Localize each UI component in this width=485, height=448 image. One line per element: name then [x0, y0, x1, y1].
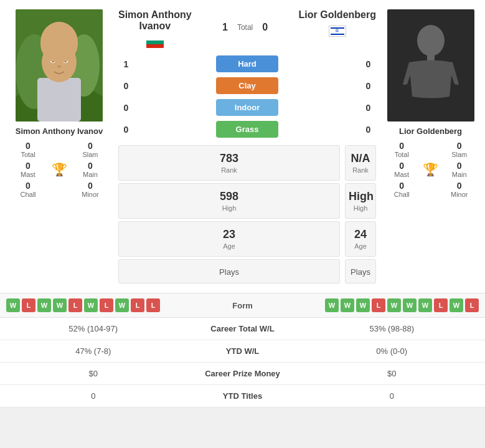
- form-badge: L: [465, 298, 479, 312]
- left-boxes-col: 783 Rank N/A Rank 598: [118, 145, 376, 284]
- right-stat-total: 0 Total: [382, 141, 421, 158]
- main-container: Simon Anthony Ivanov 0 Total 0 Slam 0 Ma…: [0, 0, 485, 407]
- form-label: Form: [205, 301, 280, 310]
- player-comparison: Simon Anthony Ivanov 0 Total 0 Slam 0 Ma…: [0, 0, 485, 293]
- left-high-age-row: 598 High High High: [118, 183, 376, 219]
- right-rank-box-spacer: N/A Rank: [345, 145, 376, 181]
- left-stat-main: 0 Main: [68, 161, 112, 178]
- left-high-box: 598 High: [118, 183, 340, 219]
- right-stat-mast: 0 Mast: [382, 161, 421, 178]
- court-row-indoor: 0 Indoor 0: [118, 97, 376, 118]
- left-stat-mast: 0 Mast: [6, 161, 50, 178]
- form-badge: W: [418, 298, 432, 312]
- left-stats-grid: 0 Total 0 Slam 0 Mast 🏆 0 Main: [6, 141, 112, 198]
- right-rank-box: N/A Rank: [345, 145, 376, 181]
- right-ytd-wl: 0% (0-0): [305, 346, 479, 356]
- svg-rect-14: [427, 53, 435, 60]
- middle-content: Simon Anthony Ivanov 1 Total: [115, 9, 379, 284]
- svg-point-11: [64, 60, 67, 62]
- total-row: 1 Total 0: [222, 22, 268, 33]
- right-stat-main: 0 Main: [440, 161, 479, 178]
- right-stat-slam: 0 Slam: [440, 141, 479, 158]
- form-badge: W: [450, 298, 463, 312]
- left-age-box: 23 Age: [118, 221, 340, 257]
- form-badge: W: [115, 298, 129, 312]
- prize-money-row: $0 Career Prize Money $0: [0, 363, 485, 385]
- right-player-card: Lior Goldenberg 0 Total 0 Slam 0 Mast 🏆: [382, 9, 479, 284]
- hard-btn[interactable]: Hard: [216, 55, 278, 72]
- form-badge: W: [387, 298, 401, 312]
- form-row: WLWWLWLWLL Form WWWLWWWLWL: [0, 293, 485, 318]
- indoor-btn[interactable]: Indoor: [216, 99, 278, 116]
- left-prize-money: $0: [6, 369, 181, 378]
- left-ytd-wl: 47% (7-8): [6, 346, 181, 356]
- names-flags-row: Simon Anthony Ivanov 1 Total: [118, 9, 376, 48]
- form-badge: L: [100, 298, 113, 312]
- left-stat-minor: 0 Minor: [68, 181, 112, 198]
- svg-point-9: [63, 59, 68, 63]
- form-badge: L: [434, 298, 448, 312]
- form-badge: W: [325, 298, 339, 312]
- left-trophy-icon: 🏆: [50, 161, 68, 178]
- court-rows: 1 Hard 0 0 Clay 0 0 Indoor 0: [118, 53, 376, 140]
- right-stat-minor: 0 Minor: [440, 181, 479, 198]
- left-stat-chall: 0 Chall: [6, 181, 50, 198]
- left-rank-high-row: 783 Rank N/A Rank: [118, 145, 376, 181]
- right-high-box: High High: [345, 183, 376, 219]
- form-badge: W: [341, 298, 354, 312]
- left-player-name: Simon Anthony Ivanov: [16, 126, 103, 136]
- grass-btn[interactable]: Grass: [216, 121, 278, 138]
- career-total-label: Career Total W/L: [181, 324, 305, 333]
- right-form-badges: WWWLWWWLWL: [280, 298, 479, 312]
- ytd-wl-row: 47% (7-8) YTD W/L 0% (0-0): [0, 340, 485, 363]
- left-career-total: 52% (104-97): [6, 324, 181, 333]
- svg-point-13: [417, 25, 445, 56]
- career-total-row: 52% (104-97) Career Total W/L 53% (98-88…: [0, 318, 485, 340]
- left-form-badges: WLWWLWLWLL: [6, 298, 205, 312]
- form-badge: L: [131, 298, 144, 312]
- form-badge: L: [146, 298, 160, 312]
- svg-point-12: [57, 65, 61, 68]
- left-plays-box: Plays: [118, 259, 340, 284]
- right-age-box: 24 Age: [345, 221, 376, 257]
- left-stat-boxes: 783 Rank N/A Rank 598: [118, 145, 376, 284]
- right-trophy-icon: 🏆: [421, 161, 440, 178]
- form-badge: W: [37, 298, 51, 312]
- prize-money-label: Career Prize Money: [181, 369, 305, 378]
- left-player-photo: [16, 9, 103, 122]
- form-badge: W: [356, 298, 370, 312]
- left-flag: [146, 34, 164, 48]
- right-career-total: 53% (98-88): [305, 324, 479, 333]
- right-stats-grid: 0 Total 0 Slam 0 Mast 🏆 0 Main: [382, 141, 479, 198]
- right-prize-money: $0: [305, 369, 479, 378]
- right-center-name: Lior Goldenberg: [299, 9, 376, 21]
- left-age-plays-row: 23 Age 24 Age: [118, 221, 376, 257]
- plays-row: Plays Plays: [118, 259, 376, 284]
- left-stat-total: 0 Total: [6, 141, 50, 158]
- form-badge: W: [6, 298, 20, 312]
- right-stat-chall: 0 Chall: [382, 181, 421, 198]
- right-flag: ✡: [329, 23, 346, 37]
- form-badge: W: [53, 298, 67, 312]
- court-row-hard: 1 Hard 0: [118, 53, 376, 75]
- court-row-grass: 0 Grass 0: [118, 118, 376, 140]
- form-badge: W: [84, 298, 98, 312]
- right-plays-box: Plays: [345, 259, 376, 284]
- left-rank-box: 783 Rank: [118, 145, 340, 181]
- svg-rect-7: [42, 44, 77, 53]
- total-score-block: 1 Total 0: [227, 9, 264, 48]
- right-player-photo: [387, 9, 474, 122]
- svg-point-8: [50, 59, 55, 63]
- svg-rect-4: [37, 78, 81, 122]
- right-high-box-spacer: High High: [345, 183, 376, 219]
- svg-point-6: [42, 37, 77, 56]
- left-player-card: Simon Anthony Ivanov 0 Total 0 Slam 0 Ma…: [6, 9, 112, 284]
- right-silhouette: [387, 9, 474, 122]
- right-age-box-spacer: 24 Age: [345, 221, 376, 257]
- ytd-titles-label: YTD Titles: [181, 391, 305, 401]
- left-center-name: Simon Anthony Ivanov: [118, 9, 192, 32]
- clay-btn[interactable]: Clay: [216, 77, 278, 94]
- left-ytd-titles: 0: [6, 391, 181, 401]
- court-row-clay: 0 Clay 0: [118, 75, 376, 97]
- form-badge: L: [22, 298, 35, 312]
